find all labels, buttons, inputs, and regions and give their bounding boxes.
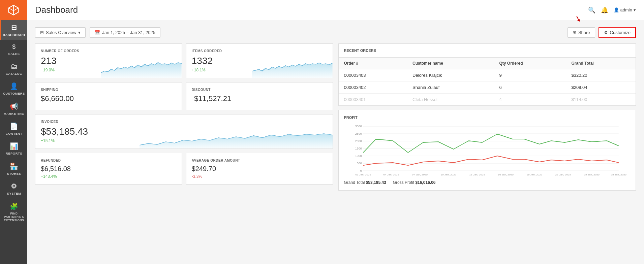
- sales-icon: $: [12, 43, 16, 51]
- order-number: 000003403: [339, 69, 407, 81]
- profit-title: PROFIT: [344, 116, 631, 120]
- sidebar-item-label: REPORTS: [6, 152, 22, 155]
- marketing-icon: 📢: [10, 102, 19, 110]
- sidebar-item-system[interactable]: ⚙ SYSTEM: [0, 179, 27, 199]
- header: Dashboard 🔍 🔔 👤 admin ▾ ➘: [27, 0, 644, 20]
- username-label: admin: [620, 7, 632, 12]
- qty-ordered: 4: [494, 94, 566, 106]
- qty-ordered: 6: [494, 81, 566, 94]
- orders-table: Order # Customer name Qty Ordered Grand …: [339, 58, 636, 105]
- right-column: RECENT ORDERS Order # Customer name Qty …: [338, 43, 636, 191]
- items-ordered-card: ITEMS ORDERED 1332 +18.1%: [186, 43, 333, 78]
- sidebar-item-marketing[interactable]: 📢 MARKETING: [0, 99, 27, 119]
- recent-orders-title: RECENT ORDERS: [339, 44, 636, 58]
- sidebar-item-label: FIND PARTNERS & EXTENSIONS: [2, 212, 26, 222]
- col-order: Order #: [339, 58, 407, 69]
- sidebar-item-label: STORES: [7, 172, 21, 175]
- order-number: 000003401: [339, 94, 407, 106]
- share-label: Share: [578, 30, 590, 35]
- sidebar-item-label: MARKETING: [3, 112, 24, 116]
- customers-icon: 👤: [10, 82, 19, 90]
- page-title: Dashboard: [35, 5, 78, 15]
- table-row[interactable]: 000003403 Delores Krajcik 9 $320.20: [339, 69, 636, 81]
- orders-chart: [101, 58, 182, 78]
- recent-orders-card: RECENT ORDERS Order # Customer name Qty …: [338, 43, 636, 106]
- grand-total: $209.04: [566, 81, 636, 94]
- sidebar-item-catalog[interactable]: 🗂 CATALOG: [0, 59, 27, 79]
- dropdown-icon: ▾: [634, 7, 636, 12]
- grand-total: $114.00: [566, 94, 636, 106]
- sidebar-item-content[interactable]: 📄 CONTENT: [0, 119, 27, 139]
- share-button[interactable]: ⊞ Share: [568, 27, 595, 38]
- svg-text:19 Jan, 2025: 19 Jan, 2025: [526, 173, 542, 176]
- items-title: ITEMS ORDERED: [192, 49, 327, 53]
- system-icon: ⚙: [11, 182, 17, 190]
- grand-total: $320.20: [566, 69, 636, 81]
- sidebar-item-dashboard[interactable]: ⊟ DASHBOARD: [0, 20, 27, 40]
- sidebar-item-partners[interactable]: 🧩 FIND PARTNERS & EXTENSIONS: [0, 199, 27, 226]
- avg-order-card: AVERAGE ORDER AMOUNT $249.70 -3.3%: [186, 153, 333, 185]
- sidebar-item-customers[interactable]: 👤 CUSTOMERS: [0, 79, 27, 99]
- sidebar: ⊟ DASHBOARD $ SALES 🗂 CATALOG 👤 CUSTOMER…: [0, 0, 27, 264]
- gross-profit-value: $16,016.06: [415, 180, 435, 185]
- dashboard-icon: ⊟: [11, 24, 17, 32]
- avg-order-value: $249.70: [192, 165, 327, 173]
- sidebar-item-label: SYSTEM: [7, 192, 21, 195]
- table-row[interactable]: 000003402 Shania Zulauf 6 $209.04: [339, 81, 636, 94]
- sidebar-item-reports[interactable]: 📊 REPORTS: [0, 139, 27, 159]
- gross-profit-label: Gross Profit $16,016.06: [393, 180, 436, 185]
- date-range-label: Jan 1, 2025 – Jan 31, 2025: [102, 30, 155, 35]
- svg-text:10 Jan, 2025: 10 Jan, 2025: [440, 173, 456, 176]
- svg-text:2500: 2500: [355, 132, 362, 135]
- user-menu[interactable]: 👤 admin ▾: [614, 7, 636, 12]
- qty-ordered: 9: [494, 69, 566, 81]
- invoiced-title: INVOICED: [41, 120, 327, 124]
- sidebar-item-sales[interactable]: $ SALES: [0, 40, 27, 59]
- customer-name: Cleta Hessel: [407, 94, 494, 106]
- shipping-card: SHIPPING $6,660.00: [35, 82, 182, 110]
- customize-label: Customize: [610, 30, 631, 35]
- gear-icon: ⚙: [604, 30, 608, 35]
- sidebar-logo: [0, 0, 27, 20]
- stats-row-1: NUMBER OF ORDERS 213 +19.0%: [35, 43, 333, 78]
- grid-icon: ⊞: [40, 30, 44, 35]
- sidebar-item-stores[interactable]: 🏪 STORES: [0, 159, 27, 179]
- catalog-icon: 🗂: [10, 63, 18, 70]
- orders-card: NUMBER OF ORDERS 213 +19.0%: [35, 43, 182, 78]
- sidebar-item-label: SALES: [8, 52, 20, 56]
- toolbar-left: ⊞ Sales Overview ▾ 📅 Jan 1, 2025 – Jan 3…: [35, 27, 160, 38]
- table-row[interactable]: 000003401 Cleta Hessel 4 $114.00: [339, 94, 636, 106]
- refunded-title: REFUNDED: [41, 159, 176, 162]
- customer-name: Delores Krajcik: [407, 69, 494, 81]
- svg-text:0: 0: [360, 169, 362, 172]
- grand-total-value: $53,185.43: [366, 180, 386, 185]
- left-column: NUMBER OF ORDERS 213 +19.0%: [35, 43, 333, 191]
- col-customer: Customer name: [407, 58, 494, 69]
- date-range-button[interactable]: 📅 Jan 1, 2025 – Jan 31, 2025: [90, 27, 160, 38]
- order-number: 000003402: [339, 81, 407, 94]
- toolbar: ⊞ Sales Overview ▾ 📅 Jan 1, 2025 – Jan 3…: [35, 27, 636, 38]
- profit-card: PROFIT 3000 2500 2000 1500 1000 500 0: [338, 110, 636, 191]
- bell-icon[interactable]: 🔔: [601, 6, 608, 14]
- discount-value: -$11,527.21: [192, 94, 327, 103]
- svg-text:16 Jan, 2025: 16 Jan, 2025: [498, 173, 514, 176]
- sidebar-item-label: CUSTOMERS: [3, 92, 25, 95]
- svg-text:1000: 1000: [355, 154, 362, 158]
- sales-overview-button[interactable]: ⊞ Sales Overview ▾: [35, 27, 86, 38]
- discount-title: DISCOUNT: [192, 88, 327, 92]
- table-header-row: Order # Customer name Qty Ordered Grand …: [339, 58, 636, 69]
- shipping-value: $6,660.00: [41, 94, 176, 103]
- svg-text:13 Jan, 2025: 13 Jan, 2025: [469, 173, 485, 176]
- calendar-icon: 📅: [95, 30, 100, 35]
- refunded-card: REFUNDED $6,516.08 +143.4%: [35, 153, 182, 185]
- svg-text:25 Jan, 2025: 25 Jan, 2025: [584, 173, 600, 176]
- svg-text:500: 500: [357, 162, 362, 165]
- svg-text:1500: 1500: [355, 147, 362, 150]
- customize-button[interactable]: ⚙ Customize: [599, 27, 636, 38]
- items-chart: [252, 58, 333, 78]
- avg-order-change: -3.3%: [192, 174, 327, 179]
- search-icon[interactable]: 🔍: [588, 6, 595, 14]
- partners-icon: 🧩: [10, 202, 19, 210]
- invoiced-card: INVOICED $53,185.43 +15.1%: [35, 114, 333, 149]
- stats-row-2: SHIPPING $6,660.00 DISCOUNT -$11,527.21: [35, 82, 333, 110]
